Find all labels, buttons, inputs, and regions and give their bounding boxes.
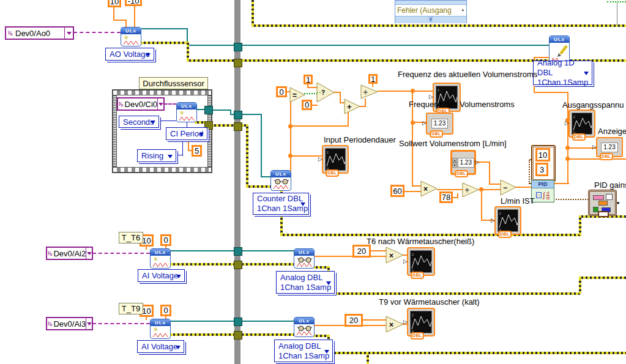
divide-node[interactable]: ÷: [360, 84, 378, 99]
multiply-node[interactable]: ×: [420, 180, 438, 197]
increment-decrement-icon[interactable]: [452, 158, 457, 168]
one-constant[interactable]: 1: [304, 75, 313, 84]
ao-channel-constant[interactable]: ᴵ⁄ₒ Dev0/Ao0: [5, 26, 74, 40]
add-node[interactable]: +: [344, 98, 360, 114]
ai-voltage-selector-t6[interactable]: AI Voltage: [138, 269, 185, 282]
scroll-right-icon[interactable]: ‣: [461, 8, 464, 13]
ulx-create-ci-node[interactable]: ULx ✳: [176, 102, 197, 122]
cluster-item-icon: [598, 201, 608, 206]
input-period-chart[interactable]: 20 ▷ DBL: [322, 145, 349, 174]
seventyeight-constant[interactable]: 78: [439, 191, 453, 203]
selector-label: Seconds: [123, 117, 154, 127]
multiply-node-t6[interactable]: ×: [386, 247, 404, 264]
wire-junction: [234, 43, 242, 51]
wire: [370, 250, 387, 251]
chevron-down-icon[interactable]: [64, 28, 73, 39]
t6-name-label: T_T6: [119, 232, 143, 243]
pane-splitter-bar: [234, 0, 240, 364]
selector-label: Rising: [141, 151, 163, 160]
sixty-constant[interactable]: 60: [390, 185, 404, 197]
wire: [73, 32, 121, 33]
io-glyph-icon: ᴵ⁄ₒ: [47, 251, 53, 256]
t9-min-constant[interactable]: 0: [160, 305, 171, 316]
display-numeric-indicator[interactable]: 1.23 ▷ DBL: [596, 137, 623, 157]
select-node[interactable]: ?: [316, 82, 335, 103]
ulx-counter-read-node[interactable]: ULx: [270, 170, 291, 191]
ci-channel-constant[interactable]: ᴵ⁄ₒ Dev0/Ci0: [117, 97, 165, 111]
pid-p-constant[interactable]: 10: [535, 148, 550, 162]
ai-voltage-selector-t9[interactable]: AI Voltage: [137, 340, 184, 353]
io-glyph-icon: ᴵ⁄ₒ: [118, 102, 124, 107]
wire: [212, 124, 248, 127]
t9-chart[interactable]: 20 ▷ DBL: [407, 308, 435, 336]
selector-label: 1Chan 1Samp: [280, 283, 331, 292]
zero-constant-2[interactable]: 0: [302, 100, 312, 110]
analog-dbl-selector-t6[interactable]: Analog DBL 1Chan 1Samp: [276, 271, 335, 294]
pid-i-constant[interactable]: 3: [535, 163, 548, 176]
one-constant-2[interactable]: 1: [368, 74, 378, 84]
display-label: Anzeige: [598, 127, 626, 136]
pid-gains-control[interactable]: ▸: [588, 190, 617, 216]
io-glyph-icon: ᴵ⁄ₒ: [47, 321, 53, 327]
expand-chevron[interactable]: ≫: [395, 16, 466, 23]
zero-constant[interactable]: 0: [276, 86, 287, 97]
analog-1d-dbl-selector[interactable]: Analog 1D DBL 1Chan 1Samp: [533, 61, 592, 85]
ao-min-constant[interactable]: -10: [125, 0, 142, 6]
t6-min-constant[interactable]: 0: [160, 234, 171, 246]
multiply-node-t9[interactable]: ×: [386, 316, 404, 333]
wire: [579, 215, 581, 235]
waveform-icon: [273, 184, 290, 190]
subtract-node[interactable]: −: [500, 179, 516, 196]
chevron-down-icon: [326, 281, 331, 285]
svg-text:×: ×: [389, 251, 393, 260]
error-output-box[interactable]: Fehler (Ausgang ‣ ≫: [395, 0, 467, 23]
selector-label: AO Voltage: [110, 50, 150, 59]
ulx-create-ai2-node[interactable]: ULx ✳: [150, 248, 171, 269]
wire: [246, 124, 248, 187]
wire: [404, 191, 422, 192]
svg-text:2: 2: [499, 212, 501, 215]
seconds-selector[interactable]: Seconds: [119, 116, 159, 128]
input-arrow-icon: ▷: [318, 156, 322, 162]
wire: [171, 321, 295, 322]
wire: [212, 110, 231, 111]
ci-period-selector[interactable]: CI Period: [166, 127, 207, 140]
counter-dbl-selector[interactable]: Counter DBL 1Chan 1Samp: [253, 193, 309, 215]
ao-voltage-selector[interactable]: AO Voltage: [105, 48, 154, 61]
rising-selector[interactable]: Rising: [137, 149, 176, 162]
ao-max-constant[interactable]: 10: [108, 0, 121, 7]
analog-dbl-selector-t9[interactable]: Analog DBL 1Chan 1Samp: [274, 340, 333, 362]
setpoint-label: Sollwert Volumenstrom [L/min]: [399, 139, 507, 148]
input-arrow-icon: ▷: [491, 217, 495, 223]
t6-chart[interactable]: 20 ▷ DBL: [407, 247, 435, 276]
chevron-down-icon: [199, 133, 204, 136]
wire: [481, 189, 482, 221]
svg-text:÷: ÷: [465, 186, 469, 195]
channel-name: Dev0/Ai2: [53, 249, 86, 258]
wire: [579, 277, 626, 279]
ulx-create-ao-node[interactable]: ULx ✳: [121, 27, 141, 46]
setpoint-numeric-control[interactable]: 1.23 ▷ DBL: [450, 150, 476, 175]
lmin-ist-chart[interactable]: 20 ▷ DBL: [494, 206, 521, 235]
wire: [304, 93, 318, 94]
channel-name: Dev0/Ai3: [53, 319, 86, 329]
divide-node-2[interactable]: ÷: [462, 182, 479, 198]
node-header: ULx: [294, 318, 314, 324]
ci-timeout-constant[interactable]: 5: [192, 145, 202, 157]
channel-name: Dev0/Ao0: [15, 29, 64, 38]
chevron-down-icon[interactable]: [86, 318, 92, 329]
waveform-icon: [179, 116, 196, 121]
chevron-down-icon[interactable]: [86, 248, 92, 259]
t6-gain-constant[interactable]: 20: [352, 245, 371, 258]
ulx-create-ai3-node[interactable]: ULx ✳: [150, 319, 171, 339]
ai2-channel-constant[interactable]: ᴵ⁄ₒ Dev0/Ai2: [46, 247, 93, 260]
freq-numeric-indicator[interactable]: 1.23 ▷ DBL: [426, 113, 453, 135]
wire: [489, 162, 490, 185]
t9-gain-constant[interactable]: 20: [345, 314, 363, 327]
ulx-analog-read-t9-node[interactable]: ULx: [294, 317, 315, 337]
chevron-down-icon[interactable]: [157, 98, 163, 110]
ulx-analog-read-t6-node[interactable]: ULx: [294, 248, 315, 269]
wire: [164, 103, 176, 105]
ai3-channel-constant[interactable]: ᴵ⁄ₒ Dev0/Ai3: [46, 317, 93, 330]
output-voltage-chart[interactable]: 20 ▷ DBL: [568, 110, 595, 138]
